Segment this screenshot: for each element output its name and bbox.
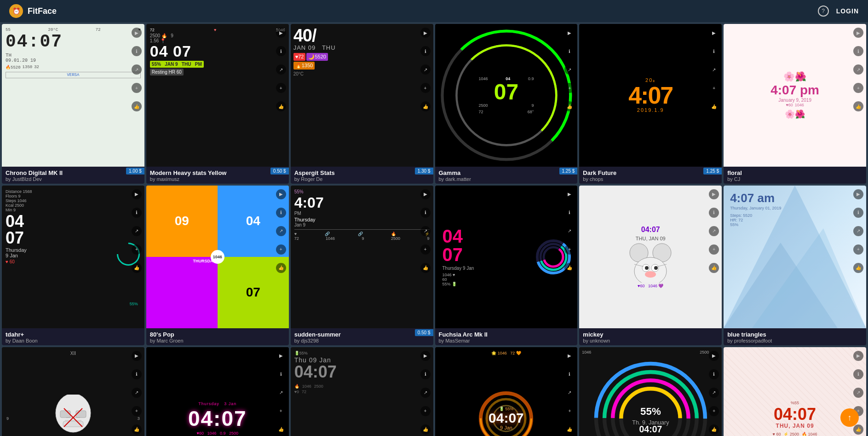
like-icon-7[interactable]: 👍 xyxy=(132,263,142,273)
play-icon-4[interactable]: ▶ xyxy=(564,28,575,38)
share-icon-18[interactable]: ↗ xyxy=(853,388,863,398)
card-fire-ring[interactable]: 🌟 1046 72 🧡 🔋 55% xyxy=(435,347,578,436)
info-icon-11[interactable]: ℹ xyxy=(709,208,719,218)
card-thu09jan[interactable]: 🔋55% Thu 09 Jan 04:07 🔥10462500 ♥972 ▶ ℹ… xyxy=(291,347,433,436)
info-icon-8[interactable]: ℹ xyxy=(276,208,286,218)
add-icon-4[interactable]: + xyxy=(564,83,575,93)
play-icon-7[interactable]: ▶ xyxy=(132,189,142,199)
like-icon-8[interactable]: 👍 xyxy=(276,263,286,273)
share-icon-1[interactable]: ↗ xyxy=(132,64,142,75)
card-80spop[interactable]: 09 04 THURSDAY 07 1046 ▶ ℹ ↗ xyxy=(146,186,289,345)
share-icon-11[interactable]: ↗ xyxy=(709,226,719,236)
info-icon-5[interactable]: ℹ xyxy=(709,46,719,56)
card-neon-digital[interactable]: Thursday 3 Jan 04:07 ♥60 1046 0.9 2500 ▶… xyxy=(146,347,289,436)
add-icon-11[interactable]: + xyxy=(709,244,719,255)
card-sudden-summer[interactable]: 55% 4:07 PM Thursday Jan 9 ♥🔗🔗🔥⚡ 7210469… xyxy=(291,186,433,345)
share-icon-15[interactable]: ↗ xyxy=(420,388,431,398)
play-icon-8[interactable]: ▶ xyxy=(276,189,286,199)
info-icon-6[interactable]: ℹ xyxy=(853,46,863,56)
like-icon-13[interactable]: 👍 xyxy=(132,424,142,435)
info-icon-16[interactable]: ℹ xyxy=(564,369,575,379)
play-icon-10[interactable]: ▶ xyxy=(564,189,575,199)
add-icon-7[interactable]: + xyxy=(132,244,142,255)
add-icon-5[interactable]: + xyxy=(709,83,719,93)
like-icon-5[interactable]: 👍 xyxy=(709,101,719,111)
like-icon-2[interactable]: 👍 xyxy=(276,101,286,111)
like-icon-1[interactable]: 👍 xyxy=(132,101,142,111)
add-icon-6[interactable]: + xyxy=(853,83,863,93)
add-icon-16[interactable]: + xyxy=(564,406,575,416)
play-icon-5[interactable]: ▶ xyxy=(709,28,719,38)
like-icon-9[interactable]: 👍 xyxy=(420,263,431,273)
play-icon-6[interactable]: ▶ xyxy=(853,28,863,38)
share-icon-9[interactable]: ↗ xyxy=(420,226,431,236)
like-icon-6[interactable]: 👍 xyxy=(853,101,863,111)
like-icon-3[interactable]: 👍 xyxy=(420,101,431,111)
play-icon-14[interactable]: ▶ xyxy=(276,351,286,361)
card-blue-triangles[interactable]: 4:07 am Thursday, January 01, 2019 Steps… xyxy=(724,186,866,345)
card-dark-future[interactable]: 20₂ 4:07 2019.1.9 ▶ ℹ ↗ + 👍 Dark Future … xyxy=(579,24,722,184)
add-icon-13[interactable]: + xyxy=(132,406,142,416)
like-icon-12[interactable]: 👍 xyxy=(853,263,863,273)
card-modern-heavy[interactable]: 72♥1046 2500 🔥 9 1.56 📍 04 07 55% JAN 9 … xyxy=(146,24,289,184)
info-icon-4[interactable]: ℹ xyxy=(564,46,575,56)
info-icon-13[interactable]: ℹ xyxy=(132,369,142,379)
add-icon-17[interactable]: + xyxy=(709,406,719,416)
play-icon-2[interactable]: ▶ xyxy=(276,28,286,38)
play-icon-15[interactable]: ▶ xyxy=(420,351,431,361)
add-icon-12[interactable]: + xyxy=(853,244,863,255)
like-icon-16[interactable]: 👍 xyxy=(564,424,575,435)
share-icon-3[interactable]: ↗ xyxy=(420,64,431,75)
share-icon-4[interactable]: ↗ xyxy=(564,64,575,75)
info-icon-17[interactable]: ℹ xyxy=(709,369,719,379)
help-button[interactable]: ? xyxy=(818,6,829,17)
like-icon-11[interactable]: 👍 xyxy=(709,263,719,273)
info-icon-2[interactable]: ℹ xyxy=(276,46,286,56)
card-stormtrooper[interactable]: XII 3 9 VI 2500 ▶ xyxy=(2,347,144,436)
play-icon-13[interactable]: ▶ xyxy=(132,351,142,361)
like-icon-15[interactable]: 👍 xyxy=(420,424,431,435)
card-mickey[interactable]: 04:07 THU, JAN 09 ♥60 1046 💜 xyxy=(579,186,722,345)
info-icon-7[interactable]: ℹ xyxy=(132,208,142,218)
card-chrono-digital[interactable]: 5520°C72♥ 04:07 TH 09.01.20 19 🔥55201350… xyxy=(2,24,144,184)
like-icon-18[interactable]: 👍 xyxy=(853,424,863,435)
share-icon-12[interactable]: ↗ xyxy=(853,226,863,236)
share-icon-2[interactable]: ↗ xyxy=(276,64,286,75)
like-icon-4[interactable]: 👍 xyxy=(564,101,575,111)
play-icon-12[interactable]: ▶ xyxy=(853,189,863,199)
add-icon-9[interactable]: + xyxy=(420,244,431,255)
add-icon-3[interactable]: + xyxy=(420,83,431,93)
card-gamma[interactable]: 1046040.9 07 25009 7268° ▶ ℹ ↗ + 👍 Gam xyxy=(435,24,578,184)
info-icon-3[interactable]: ℹ xyxy=(420,46,431,56)
like-icon-17[interactable]: 👍 xyxy=(709,424,719,435)
play-icon-16[interactable]: ▶ xyxy=(564,351,575,361)
share-icon-13[interactable]: ↗ xyxy=(132,388,142,398)
scroll-up-button[interactable]: ↑ xyxy=(840,408,859,427)
share-icon-14[interactable]: ↗ xyxy=(276,388,286,398)
share-icon-5[interactable]: ↗ xyxy=(709,64,719,75)
card-colorful-arc[interactable]: 55% Th. 9. January 04:07 ♥ 60 1046 2500 … xyxy=(579,347,722,436)
play-icon-1[interactable]: ▶ xyxy=(132,28,142,38)
play-icon-17[interactable]: ▶ xyxy=(709,351,719,361)
info-icon-9[interactable]: ℹ xyxy=(420,208,431,218)
like-icon-10[interactable]: 👍 xyxy=(564,263,575,273)
add-icon-1[interactable]: + xyxy=(132,83,142,93)
like-icon-14[interactable]: 👍 xyxy=(276,424,286,435)
info-icon-10[interactable]: ℹ xyxy=(564,208,575,218)
card-floral[interactable]: 🌸🌺 4:07 pm January 9, 2019 ♥601046 🌸🌺 ▶ … xyxy=(724,24,866,184)
share-icon-17[interactable]: ↗ xyxy=(709,388,719,398)
share-icon-10[interactable]: ↗ xyxy=(564,226,575,236)
share-icon-6[interactable]: ↗ xyxy=(853,64,863,75)
info-icon-18[interactable]: ℹ xyxy=(853,369,863,379)
play-icon-3[interactable]: ▶ xyxy=(420,28,431,38)
share-icon-16[interactable]: ↗ xyxy=(564,388,575,398)
add-icon-2[interactable]: + xyxy=(276,83,286,93)
info-icon-12[interactable]: ℹ xyxy=(853,208,863,218)
add-icon-15[interactable]: + xyxy=(420,406,431,416)
share-icon-8[interactable]: ↗ xyxy=(276,226,286,236)
play-icon-18[interactable]: ▶ xyxy=(853,351,863,361)
card-aspergit[interactable]: 40/ JAN 09 THU ♥72 🌙5520 🔥1350 20°C ▶ ℹ … xyxy=(291,24,433,184)
add-icon-14[interactable]: + xyxy=(276,406,286,416)
add-icon-8[interactable]: + xyxy=(276,244,286,255)
info-icon-1[interactable]: ℹ xyxy=(132,46,142,56)
